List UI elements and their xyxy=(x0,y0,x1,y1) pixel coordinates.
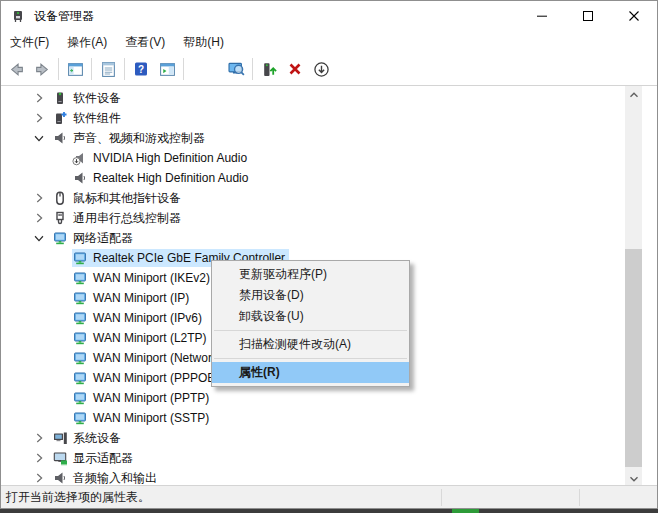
back-button[interactable] xyxy=(3,57,29,81)
speaker-icon xyxy=(52,130,68,146)
usb-icon xyxy=(52,210,68,226)
menu-item-scan-hardware-changes[interactable]: 扫描检测硬件改动(A) xyxy=(212,334,409,355)
system-devices-icon xyxy=(52,430,68,446)
tree-item-wan-pptp[interactable]: WAN Miniport (PPTP) xyxy=(2,388,657,408)
speaker-icon xyxy=(72,170,88,186)
menu-item-disable-device[interactable]: 禁用设备(D) xyxy=(212,285,409,306)
network-adapter-icon xyxy=(72,250,88,266)
chevron-right-icon[interactable] xyxy=(32,111,46,125)
statusbar-divider xyxy=(579,489,580,506)
tree-item-display-adapters[interactable]: 显示适配器 xyxy=(2,448,657,468)
speaker-disabled-icon xyxy=(72,150,88,166)
toolbar-separator xyxy=(124,58,125,80)
tree-item-system-devices[interactable]: 系统设备 xyxy=(2,428,657,448)
tree-item-nvidia-audio[interactable]: NVIDIA High Definition Audio xyxy=(2,148,657,168)
menu-view[interactable]: 查看(V) xyxy=(116,31,174,54)
menu-help[interactable]: 帮助(H) xyxy=(174,31,233,54)
show-action-pane-button[interactable] xyxy=(154,57,180,81)
chevron-right-icon[interactable] xyxy=(32,471,46,485)
status-text: 打开当前选择项的属性表。 xyxy=(6,489,150,506)
device-manager-app-icon xyxy=(10,8,26,24)
network-adapter-icon xyxy=(72,290,88,306)
chevron-down-icon[interactable] xyxy=(32,231,46,245)
update-driver-button[interactable] xyxy=(256,57,282,81)
network-adapter-icon xyxy=(52,230,68,246)
minimize-button[interactable] xyxy=(519,1,565,31)
tree-item-software-devices[interactable]: 软件设备 xyxy=(2,88,657,108)
menu-item-uninstall-device[interactable]: 卸载设备(U) xyxy=(212,306,409,327)
network-adapter-icon xyxy=(72,350,88,366)
toolbar-separator xyxy=(252,58,253,80)
maximize-button[interactable] xyxy=(565,1,611,31)
toolbar-separator xyxy=(183,58,184,80)
chevron-right-icon[interactable] xyxy=(32,451,46,465)
scan-hardware-changes-button[interactable] xyxy=(223,57,249,81)
chevron-right-icon[interactable] xyxy=(32,431,46,445)
show-console-tree-button[interactable] xyxy=(62,57,88,81)
software-device-icon xyxy=(52,90,68,106)
tree-item-usb-controllers[interactable]: 通用串行总线控制器 xyxy=(2,208,657,228)
context-menu: 更新驱动程序(P) 禁用设备(D) 卸载设备(U) 扫描检测硬件改动(A) 属性… xyxy=(211,260,410,387)
device-manager-window: 设备管理器 文件(F) 操作(A) 查看(V) 帮助(H) xyxy=(0,0,658,509)
speaker-icon xyxy=(52,470,68,486)
mouse-icon xyxy=(52,190,68,206)
display-adapter-icon xyxy=(52,450,68,466)
toolbar xyxy=(1,53,657,86)
software-component-icon xyxy=(52,110,68,126)
chevron-right-icon[interactable] xyxy=(32,211,46,225)
titlebar: 设备管理器 xyxy=(1,1,657,31)
network-adapter-icon xyxy=(72,330,88,346)
tree-item-mice[interactable]: 鼠标和其他指针设备 xyxy=(2,188,657,208)
menu-item-update-driver[interactable]: 更新驱动程序(P) xyxy=(212,264,409,285)
scroll-up-button[interactable] xyxy=(625,86,642,103)
chevron-right-icon[interactable] xyxy=(32,191,46,205)
window-title: 设备管理器 xyxy=(34,8,94,25)
help-button[interactable] xyxy=(128,57,154,81)
network-adapter-icon xyxy=(72,270,88,286)
forward-button[interactable] xyxy=(29,57,55,81)
tree-item-network-adapters[interactable]: 网络适配器 xyxy=(2,228,657,248)
menu-separator xyxy=(214,330,407,331)
statusbar-divider xyxy=(441,489,442,506)
statusbar: 打开当前选择项的属性表。 xyxy=(1,485,657,508)
network-adapter-icon xyxy=(72,370,88,386)
toolbar-separator xyxy=(91,58,92,80)
menu-file[interactable]: 文件(F) xyxy=(1,31,58,54)
disable-device-button[interactable] xyxy=(308,57,334,81)
chevron-right-icon[interactable] xyxy=(32,91,46,105)
close-button[interactable] xyxy=(611,1,657,31)
menu-item-properties[interactable]: 属性(R) xyxy=(212,362,409,383)
desktop-background xyxy=(452,509,479,513)
toolbar-separator xyxy=(58,58,59,80)
desktop-background xyxy=(0,509,658,513)
scrollbar-thumb[interactable] xyxy=(625,249,642,467)
tree-item-wan-sstp[interactable]: WAN Miniport (SSTP) xyxy=(2,408,657,428)
tree-item-software-components[interactable]: 软件组件 xyxy=(2,108,657,128)
vertical-scrollbar[interactable] xyxy=(625,86,642,487)
menu-action[interactable]: 操作(A) xyxy=(58,31,116,54)
chevron-down-icon[interactable] xyxy=(32,131,46,145)
menubar: 文件(F) 操作(A) 查看(V) 帮助(H) xyxy=(1,31,657,53)
network-adapter-icon xyxy=(72,410,88,426)
uninstall-device-button[interactable] xyxy=(282,57,308,81)
network-adapter-icon xyxy=(72,390,88,406)
tree-item-sound-controllers[interactable]: 声音、视频和游戏控制器 xyxy=(2,128,657,148)
menu-separator xyxy=(214,358,407,359)
network-adapter-icon xyxy=(72,310,88,326)
properties-button[interactable] xyxy=(95,57,121,81)
tree-item-realtek-audio[interactable]: Realtek High Definition Audio xyxy=(2,168,657,188)
